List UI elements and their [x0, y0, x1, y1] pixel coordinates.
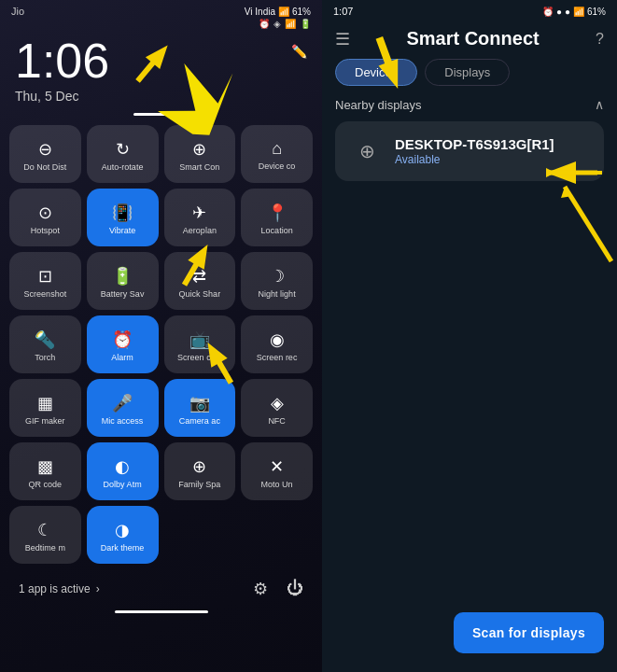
tile-mic-access[interactable]: 🎤 Mic access	[87, 379, 159, 437]
auto-rotate-icon: ↻	[116, 139, 130, 160]
tile-screen-rec[interactable]: ◉ Screen rec	[241, 315, 313, 373]
tile-qr-code[interactable]: ▩ QR code	[9, 442, 81, 500]
home-indicator	[0, 603, 322, 617]
tile-gif-maker[interactable]: ▦ GIF maker	[9, 379, 81, 437]
tile-label-mic-access: Mic access	[102, 416, 144, 427]
right-status-icons: ⏰ ● ● 📶 61%	[542, 7, 606, 17]
tile-label-screen-cast: Screen cast	[177, 353, 222, 363]
tile-label-night-light: Night light	[259, 289, 296, 300]
tile-label-hotspot: Hotspot	[31, 226, 60, 236]
time-section: 1:06 Thu, 5 Dec ✏️	[0, 33, 322, 111]
tile-label-dark-theme: Dark theme	[101, 543, 145, 553]
device-status: Available	[395, 153, 554, 166]
wifi-icon: 📶	[285, 19, 296, 29]
tile-hotspot[interactable]: ⊙ Hotspot	[9, 189, 81, 246]
quick-settings-grid: ⊖ Do Not Dist ↻ Auto-rotate ⊕ Smart Con …	[0, 121, 322, 567]
tile-label-dolby: Dolby Atm	[104, 480, 142, 490]
dark-theme-icon: ◑	[115, 520, 130, 540]
tile-do-not-disturb[interactable]: ⊖ Do Not Dist	[9, 125, 81, 183]
tile-night-light[interactable]: ☽ Night light	[241, 252, 313, 310]
tile-label-qr-code: QR code	[29, 480, 63, 490]
tile-dark-theme[interactable]: ◑ Dark theme	[87, 506, 159, 564]
tile-location[interactable]: 📍 Location	[241, 189, 313, 246]
right-panel: 1:07 ⏰ ● ● 📶 61% ☰ Smart Connect ? Devic…	[322, 0, 617, 672]
qr-code-icon: ▩	[37, 456, 53, 477]
do-not-disturb-icon: ⊖	[38, 139, 52, 160]
tile-bedtime[interactable]: ☾ Bedtime m	[9, 506, 81, 564]
vibrate-icon: 📳	[112, 203, 133, 223]
left-panel: Jio Vi India 📶 61% ⏰ ◈ 📶 🔋 1:06 Thu, 5 D…	[0, 0, 322, 672]
tile-label-alarm: Alarm	[111, 353, 133, 363]
right-panel-wrap: 1:07 ⏰ ● ● 📶 61% ☰ Smart Connect ? Devic…	[322, 0, 617, 672]
bottom-bar: 1 app is active › ⚙ ⏻	[0, 571, 322, 603]
status-right-icons: Vi India 📶 61%	[245, 7, 311, 17]
status-bar-left: Jio Vi India 📶 61%	[0, 0, 322, 19]
device-info: DESKTOP-T6S913G[R1] Available	[395, 136, 554, 166]
tab-displays[interactable]: Displays	[425, 59, 510, 86]
tile-label-torch: Torch	[35, 353, 55, 363]
tile-label-location: Location	[261, 226, 293, 236]
nfc-status-icon: ◈	[273, 19, 281, 29]
hamburger-icon[interactable]: ☰	[335, 29, 350, 49]
moto-icon: ✕	[270, 456, 284, 477]
status-bar-right: 1:07 ⏰ ● ● 📶 61%	[322, 0, 617, 21]
help-icon[interactable]: ?	[596, 31, 604, 48]
airplane-icon: ✈	[192, 203, 206, 223]
screenshot-icon: ⊡	[38, 266, 52, 287]
home-bar-line	[115, 610, 208, 613]
tile-auto-rotate[interactable]: ↻ Auto-rotate	[87, 125, 159, 183]
tile-camera-access[interactable]: 📷 Camera ac	[164, 379, 236, 437]
quick-share-icon: ⇄	[192, 266, 206, 287]
hotspot-icon: ⊙	[38, 203, 52, 223]
nearby-displays-header: Nearby displays ∧	[322, 97, 617, 121]
tile-screenshot[interactable]: ⊡ Screenshot	[9, 252, 81, 310]
edit-icon[interactable]: ✏️	[291, 44, 307, 59]
scan-btn-wrap: Scan for displays	[322, 597, 617, 672]
device-icon: ⊕	[359, 140, 375, 162]
tile-alarm[interactable]: ⏰ Alarm	[87, 315, 159, 373]
battery-icon: 🔋	[300, 19, 311, 29]
scan-for-displays-button[interactable]: Scan for displays	[454, 612, 604, 653]
tab-displays-label: Displays	[444, 65, 490, 79]
power-icon[interactable]: ⏻	[287, 579, 303, 599]
torch-icon: 🔦	[35, 329, 55, 350]
night-light-icon: ☽	[270, 266, 285, 287]
tile-vibrate[interactable]: 📳 Vibrate	[87, 189, 159, 246]
tile-label-smart-connect: Smart Con	[179, 162, 219, 173]
tile-label-auto-rotate: Auto-rotate	[102, 162, 144, 173]
screen-rec-icon: ◉	[270, 329, 285, 350]
tile-label-do-not-disturb: Do Not Dist	[23, 162, 66, 173]
tile-label-airplane: Aeroplan	[183, 226, 217, 236]
tile-battery-saver[interactable]: 🔋 Battery Sav	[87, 252, 159, 310]
tile-label-bedtime: Bedtime m	[25, 543, 65, 553]
alarm-status-icon: ⏰	[259, 19, 270, 29]
carrier2-info: Vi India	[245, 7, 275, 17]
screen-cast-icon: 📺	[189, 329, 210, 350]
tile-quick-share[interactable]: ⇄ Quick Shar	[164, 252, 236, 310]
signal-r-icon: ●	[556, 7, 562, 17]
tab-devices[interactable]: Devices	[335, 59, 417, 86]
nfc-icon: ◈	[271, 393, 284, 413]
tile-dolby-atmos[interactable]: ◐ Dolby Atm	[87, 442, 159, 500]
device-controls-icon: ⌂	[272, 139, 282, 159]
notif-line	[133, 113, 189, 116]
tile-airplane[interactable]: ✈ Aeroplan	[164, 189, 236, 246]
tile-family-space[interactable]: ⊕ Family Spa	[164, 442, 236, 500]
tile-moto-unplugged[interactable]: ✕ Moto Un	[241, 442, 313, 500]
tile-nfc[interactable]: ◈ NFC	[241, 379, 313, 437]
tile-label-battery-saver: Battery Sav	[101, 289, 145, 300]
device-card[interactable]: ⊕ DESKTOP-T6S913G[R1] Available	[335, 121, 604, 181]
date-display: Thu, 5 Dec	[15, 89, 109, 104]
carrier-info: Jio	[11, 6, 24, 17]
tile-torch[interactable]: 🔦 Torch	[9, 315, 81, 373]
tab-devices-label: Devices	[355, 65, 398, 79]
tile-label-gif-maker: GIF maker	[25, 416, 65, 427]
section-chevron-icon[interactable]: ∧	[595, 97, 604, 112]
settings-icon[interactable]: ⚙	[253, 579, 268, 599]
tile-device-controls[interactable]: ⌂ Device co	[241, 125, 313, 183]
tile-smart-connect[interactable]: ⊕ Smart Con	[164, 125, 236, 183]
status-bar2: ⏰ ◈ 📶 🔋	[0, 19, 322, 33]
tile-screen-cast[interactable]: 📺 Screen cast	[164, 315, 236, 373]
bottom-icons: ⚙ ⏻	[253, 579, 303, 599]
nearby-displays-title: Nearby displays	[335, 98, 422, 112]
